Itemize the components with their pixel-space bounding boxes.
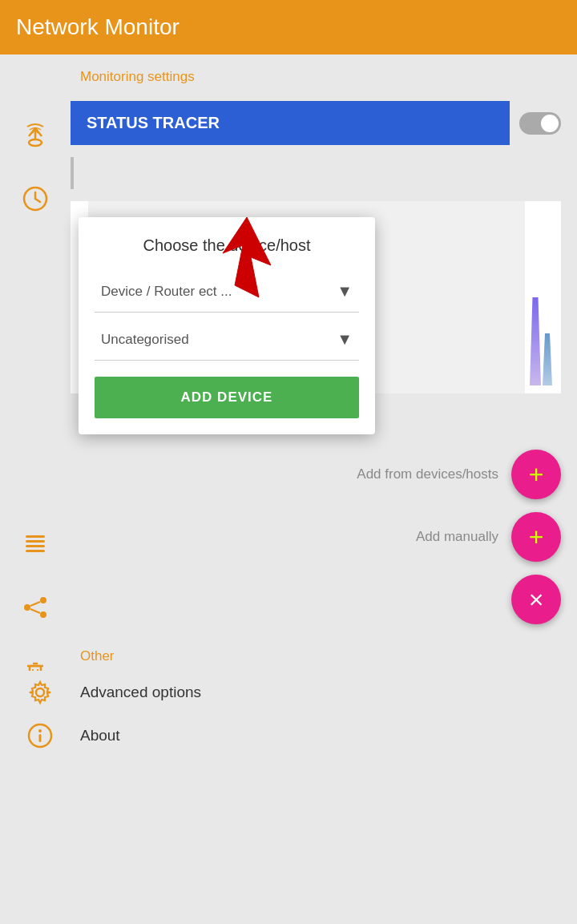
svg-rect-13: [26, 550, 45, 552]
info-icon-container: [16, 712, 64, 760]
share-icon-row[interactable]: [0, 575, 71, 640]
share-icon: [22, 594, 49, 621]
device-dropdown-arrow: ▼: [337, 282, 353, 301]
gear-icon-container: [16, 668, 64, 716]
left-sidebar: [0, 54, 71, 231]
svg-point-0: [29, 139, 42, 146]
svg-line-17: [30, 602, 40, 606]
monitoring-settings-label: Monitoring settings: [0, 54, 577, 93]
close-fab-button[interactable]: ×: [511, 575, 561, 624]
other-section: Other: [0, 632, 577, 671]
close-fab-icon: ×: [529, 587, 544, 612]
svg-rect-10: [26, 535, 45, 538]
fab-area: Add from devices/hosts + Add manually + …: [0, 450, 577, 624]
add-device-button[interactable]: ADD DEVICE: [95, 377, 359, 418]
category-dropdown-label: Uncategorised: [101, 332, 189, 348]
advanced-options-row[interactable]: Advanced options: [0, 671, 577, 714]
advanced-options-label: Advanced options: [80, 684, 201, 701]
close-fab-row: ×: [71, 575, 561, 624]
svg-rect-11: [26, 540, 45, 543]
chart-bar-purple: [530, 297, 541, 385]
about-label: About: [80, 727, 120, 744]
app-header: Network Monitor: [0, 0, 577, 54]
about-row[interactable]: About: [0, 714, 577, 757]
status-tracer-row: STATUS TRACER: [71, 101, 561, 145]
category-dropdown[interactable]: Uncategorised ▼: [95, 319, 359, 361]
svg-rect-27: [39, 734, 42, 742]
clock-row: [71, 153, 561, 193]
add-manually-button[interactable]: +: [511, 512, 561, 562]
add-manually-plus-icon: +: [529, 524, 544, 550]
add-manually-row: Add manually +: [71, 512, 561, 562]
add-manually-label: Add manually: [416, 529, 498, 545]
status-tracer-button[interactable]: STATUS TRACER: [71, 101, 510, 145]
device-dropdown-label: Device / Router ect ...: [101, 284, 232, 300]
gear-icon: [26, 679, 54, 706]
info-icon: [26, 722, 54, 749]
svg-rect-12: [26, 545, 45, 547]
device-dropdown[interactable]: Device / Router ect ... ▼: [95, 271, 359, 313]
choose-device-dialog: Choose the device/host Device / Router e…: [79, 217, 375, 434]
dialog-title: Choose the device/host: [95, 236, 359, 255]
chart-dialog-area: Choose the device/host Device / Router e…: [71, 201, 561, 442]
antenna-icon: [21, 120, 50, 149]
chart-bar-blue: [543, 333, 552, 385]
app-title: Network Monitor: [16, 14, 180, 40]
chart-right-panel: [525, 201, 561, 393]
antenna-icon-row[interactable]: [0, 103, 71, 167]
svg-point-16: [40, 611, 46, 618]
clock-icon: [22, 185, 49, 212]
category-dropdown-arrow: ▼: [337, 330, 353, 349]
svg-line-18: [30, 609, 40, 613]
add-from-plus-icon: +: [529, 462, 544, 487]
clock-bar: [71, 157, 74, 189]
clock-icon-row[interactable]: [0, 167, 71, 231]
add-from-devices-button[interactable]: +: [511, 450, 561, 499]
list-icon: [22, 530, 49, 557]
svg-line-8: [35, 199, 40, 202]
status-tracer-toggle[interactable]: [519, 112, 561, 135]
other-label: Other: [80, 648, 115, 664]
svg-point-26: [38, 729, 42, 732]
list-icon-row[interactable]: [0, 511, 71, 575]
svg-point-15: [24, 604, 30, 611]
svg-point-24: [36, 688, 44, 696]
svg-point-14: [40, 597, 46, 603]
add-from-devices-label: Add from devices/hosts: [357, 466, 498, 482]
add-from-devices-row: Add from devices/hosts +: [71, 450, 561, 499]
